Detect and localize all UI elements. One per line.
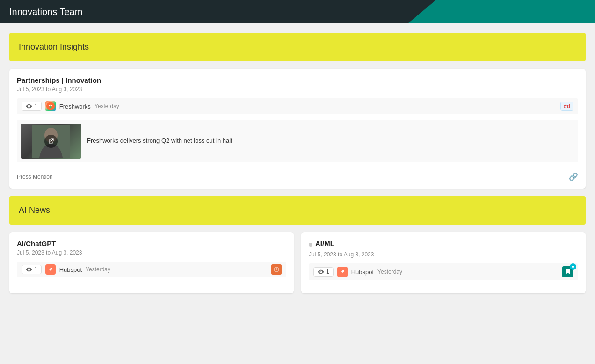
ai-news-banner: AI News bbox=[9, 196, 586, 225]
star-icon bbox=[571, 265, 575, 269]
bookmark-icon bbox=[565, 269, 571, 275]
views-count: 1 bbox=[34, 103, 37, 109]
eye-icon bbox=[26, 103, 32, 109]
source-time-hubspot-1: Yesterday bbox=[86, 266, 110, 273]
eye-icon-ml bbox=[318, 269, 324, 275]
hubspot-logo-1 bbox=[45, 264, 56, 275]
freshworks-logo bbox=[45, 101, 56, 111]
hubspot-logo-2 bbox=[337, 267, 348, 277]
ai-chatgpt-card: AI/ChatGPT Jul 5, 2023 to Aug 3, 2023 1 bbox=[9, 232, 294, 293]
article-headline-freshworks: Freshworks delivers strong Q2 with net l… bbox=[87, 137, 232, 145]
source-left-1: 1 Hubspot Yesterday bbox=[22, 264, 110, 275]
source-left: 1 Freshworks Yesterday bbox=[22, 101, 119, 111]
innovation-insights-banner: Innovation Insights bbox=[9, 33, 586, 61]
card-title-chatgpt: AI/ChatGPT bbox=[17, 240, 286, 248]
source-name-freshworks: Freshworks bbox=[59, 103, 91, 110]
ai-news-title: AI News bbox=[19, 205, 50, 215]
source-time-freshworks: Yesterday bbox=[94, 103, 119, 109]
card-title-ml: AI/ML bbox=[315, 240, 334, 248]
header: Innovations Team bbox=[0, 0, 595, 23]
press-mention-label: Press Mention bbox=[17, 174, 53, 180]
eye-icon-chatgpt bbox=[26, 266, 32, 273]
svg-point-1 bbox=[49, 106, 51, 109]
dot-indicator-ml bbox=[309, 243, 312, 247]
source-row-hubspot-1: 1 Hubspot Yesterday bbox=[17, 262, 286, 277]
orange-badge-1 bbox=[271, 264, 282, 275]
views-count-ml: 1 bbox=[326, 269, 329, 275]
star-badge-icon bbox=[570, 263, 576, 270]
views-badge-ml: 1 bbox=[313, 267, 334, 277]
card-date-ml: Jul 5, 2023 to Aug 3, 2023 bbox=[309, 251, 578, 258]
ai-cards-grid: AI/ChatGPT Jul 5, 2023 to Aug 3, 2023 1 bbox=[9, 232, 586, 301]
innovation-insights-title: Innovation Insights bbox=[19, 42, 89, 51]
card-title-ml-wrapper: AI/ML bbox=[309, 240, 578, 249]
card-title-partnerships: Partnerships | Innovation bbox=[17, 76, 578, 84]
header-title: Innovations Team bbox=[9, 7, 82, 17]
hashtag-badge: #d bbox=[560, 102, 573, 111]
article-thumbnail bbox=[21, 124, 81, 159]
freshworks-logo-svg bbox=[46, 102, 55, 110]
header-accent-decoration bbox=[408, 0, 595, 23]
card-footer-partnerships: Press Mention 🔗 bbox=[17, 168, 578, 181]
source-row-freshworks: 1 Freshworks Yesterday #d bbox=[17, 98, 578, 114]
source-time-hubspot-2: Yesterday bbox=[377, 269, 402, 275]
bookmark-star-badge bbox=[562, 266, 573, 277]
views-badge: 1 bbox=[22, 102, 42, 111]
thumbnail-overlay bbox=[44, 135, 58, 148]
source-left-2: 1 Hubspot Yesterday bbox=[313, 267, 402, 277]
badge-icon-1 bbox=[274, 267, 279, 272]
external-link-icon bbox=[48, 138, 54, 144]
source-row-hubspot-2: 1 Hubspot Yesterday bbox=[309, 263, 578, 280]
views-badge-chatgpt: 1 bbox=[22, 265, 42, 274]
source-name-hubspot-1: Hubspot bbox=[59, 266, 82, 273]
svg-marker-8 bbox=[572, 265, 574, 268]
source-name-hubspot-2: Hubspot bbox=[351, 269, 374, 276]
main-content: Innovation Insights Partnerships | Innov… bbox=[0, 23, 595, 310]
hubspot-logo-svg-2 bbox=[339, 268, 346, 276]
card-date-partnerships: Jul 5, 2023 to Aug 3, 2023 bbox=[17, 86, 578, 93]
hubspot-logo-svg-1 bbox=[47, 266, 54, 273]
link-icon: 🔗 bbox=[569, 172, 578, 181]
partnerships-innovation-card: Partnerships | Innovation Jul 5, 2023 to… bbox=[9, 69, 586, 189]
article-block-freshworks: Freshworks delivers strong Q2 with net l… bbox=[17, 120, 578, 162]
views-count-chatgpt: 1 bbox=[34, 266, 37, 273]
card-date-chatgpt: Jul 5, 2023 to Aug 3, 2023 bbox=[17, 249, 286, 256]
ai-ml-card: AI/ML Jul 5, 2023 to Aug 3, 2023 1 bbox=[301, 232, 586, 293]
